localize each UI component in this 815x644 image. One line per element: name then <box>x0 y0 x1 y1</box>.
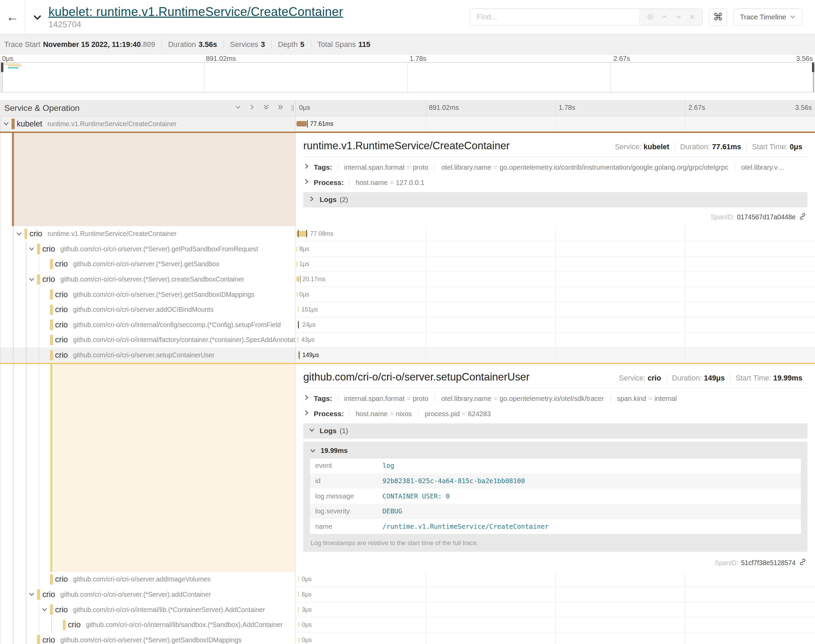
span-bar-cell[interactable]: 0μs <box>296 632 815 644</box>
span-row[interactable]: kubeletruntime.v1.RuntimeService/CreateC… <box>0 116 815 132</box>
span-bar[interactable] <box>297 261 297 267</box>
span-bar-cell[interactable]: 149μs <box>296 348 815 363</box>
row-chevron-icon[interactable] <box>28 591 35 598</box>
span-bar[interactable] <box>297 276 300 282</box>
span-bar-cell[interactable]: 6μs <box>296 587 815 602</box>
span-bar-cell[interactable]: 0μs <box>296 287 815 302</box>
indent-guide <box>26 272 26 287</box>
span-name-cell[interactable]: criogithub.com/cri-o/cri-o/server.(*Serv… <box>0 241 296 257</box>
span-row[interactable]: criogithub.com/cri-o/cri-o/server.(*Serv… <box>0 287 815 302</box>
logs-accordion[interactable]: Logs(1) <box>303 423 807 439</box>
span-row[interactable]: criogithub.com/cri-o/cri-o/internal/fact… <box>0 333 815 348</box>
minimap[interactable] <box>1 62 815 93</box>
column-resize-grip[interactable] <box>291 105 293 111</box>
find-input[interactable] <box>470 9 639 25</box>
span-name-cell[interactable]: criogithub.com/cri-o/cri-o/server.addIma… <box>0 572 296 587</box>
right-scrubber[interactable] <box>813 63 813 92</box>
tick-label: 3.56s <box>795 104 812 112</box>
span-bar[interactable] <box>297 337 298 342</box>
span-row[interactable]: criogithub.com/cri-o/cri-o/server.setupC… <box>0 348 815 363</box>
span-bar-cell[interactable]: 1μs <box>296 257 815 272</box>
span-name-cell[interactable]: criogithub.com/cri-o/cri-o/internal/conf… <box>0 317 296 333</box>
process-accordion[interactable]: Process:host.name=127.0.0.1 <box>303 175 807 190</box>
expand-all-icon[interactable] <box>277 104 284 112</box>
row-chevron-icon[interactable] <box>28 276 35 282</box>
next-result-icon[interactable] <box>675 13 682 21</box>
service-name: crio <box>55 259 67 268</box>
span-bar[interactable] <box>297 292 297 297</box>
span-bar-cell[interactable]: 43μs <box>296 333 815 348</box>
span-row[interactable]: criogithub.com/cri-o/cri-o/server.(*Serv… <box>0 587 815 602</box>
span-bar-cell[interactable]: 0μs <box>296 617 815 632</box>
span-row[interactable]: criogithub.com/cri-o/cri-o/server.addIma… <box>0 572 815 587</box>
span-bar[interactable] <box>298 607 299 612</box>
span-name-cell[interactable]: criogithub.com/cri-o/cri-o/server.addOCI… <box>0 302 296 317</box>
logs-accordion[interactable]: Logs(2) <box>303 192 807 207</box>
indent-guide <box>0 348 1 363</box>
collapse-all-icon[interactable] <box>263 104 270 112</box>
span-row[interactable]: criogithub.com/cri-o/cri-o/server.(*Serv… <box>0 272 815 287</box>
span-row[interactable]: criogithub.com/cri-o/cri-o/internal/conf… <box>0 317 815 333</box>
span-row[interactable]: criogithub.com/cri-o/cri-o/internal/lib/… <box>0 617 815 632</box>
log-entry-header[interactable]: 19.99ms <box>309 445 801 458</box>
span-bar-cell[interactable]: 20.17ms <box>296 272 815 287</box>
span-bar-cell[interactable]: 77.08ms <box>296 226 815 241</box>
collapse-trace-chevron-icon[interactable] <box>33 13 42 25</box>
tags-accordion[interactable]: Tags:internal.span.format=protootel.libr… <box>303 390 807 406</box>
span-name-cell[interactable]: criogithub.com/cri-o/cri-o/server.(*Serv… <box>0 587 296 602</box>
span-row[interactable]: criogithub.com/cri-o/cri-o/server.(*Serv… <box>0 257 815 272</box>
detail-meta-item: Service: crio <box>614 374 666 383</box>
span-name-cell[interactable]: criogithub.com/cri-o/cri-o/server.(*Serv… <box>0 287 296 302</box>
back-button[interactable]: ← <box>0 0 25 34</box>
span-name-cell[interactable]: crioruntime.v1.RuntimeService/CreateCont… <box>0 226 296 241</box>
span-bar-cell[interactable]: 8μs <box>296 241 815 257</box>
indent-guide <box>13 602 14 618</box>
trace-view-selector[interactable]: Trace Timeline <box>734 9 803 26</box>
span-name-cell[interactable]: criogithub.com/cri-o/cri-o/server.(*Serv… <box>0 257 296 272</box>
process-accordion[interactable]: Process:host.name=nixosprocess.pid=62428… <box>303 406 807 421</box>
left-scrubber[interactable] <box>2 63 3 92</box>
span-bar[interactable] <box>299 637 299 642</box>
row-chevron-icon[interactable] <box>3 120 9 127</box>
locate-icon[interactable] <box>646 13 654 21</box>
span-bar-cell[interactable]: 151μs <box>296 302 815 317</box>
tags-accordion[interactable]: Tags:internal.span.format=protootel.libr… <box>303 159 807 175</box>
span-name-cell[interactable]: criogithub.com/cri-o/cri-o/internal/fact… <box>0 333 296 348</box>
span-row[interactable]: crioruntime.v1.RuntimeService/CreateCont… <box>0 226 815 241</box>
span-name-cell[interactable]: criogithub.com/cri-o/cri-o/server.(*Serv… <box>0 632 296 644</box>
span-name-cell[interactable]: criogithub.com/cri-o/cri-o/server.setupC… <box>0 348 296 363</box>
prev-result-icon[interactable] <box>661 13 668 21</box>
span-bar-cell[interactable]: 77.61ms <box>296 116 815 132</box>
operation-name: runtime.v1.RuntimeService/CreateContaine… <box>47 120 177 128</box>
row-chevron-icon[interactable] <box>41 606 48 613</box>
span-bar[interactable] <box>298 592 299 597</box>
deep-link-icon[interactable] <box>796 213 807 222</box>
span-bar-cell[interactable]: 24μs <box>296 317 815 333</box>
span-row[interactable]: criogithub.com/cri-o/cri-o/server.(*Serv… <box>0 632 815 644</box>
span-name-cell[interactable]: criogithub.com/cri-o/cri-o/internal/lib/… <box>0 617 296 632</box>
operation-name: github.com/cri-o/cri-o/server.addOCIBind… <box>73 306 213 313</box>
collapse-one-icon[interactable] <box>234 104 241 112</box>
span-bar[interactable] <box>297 246 297 251</box>
span-name-cell[interactable]: criogithub.com/cri-o/cri-o/server.(*Serv… <box>0 272 296 287</box>
clear-search-icon[interactable] <box>689 14 696 20</box>
trace-title-link[interactable]: kubelet: runtime.v1.RuntimeService/Creat… <box>48 5 343 19</box>
deep-link-icon[interactable] <box>796 558 807 567</box>
detail-meta-item: Duration: 149μs <box>666 374 730 383</box>
span-bar[interactable] <box>298 577 299 582</box>
span-row[interactable]: criogithub.com/cri-o/cri-o/internal/lib.… <box>0 602 815 618</box>
row-chevron-icon[interactable] <box>28 245 35 252</box>
span-bar-cell[interactable]: 3μs <box>296 602 815 618</box>
keyboard-shortcuts-button[interactable]: ⌘ <box>709 8 727 26</box>
row-chevron-icon[interactable] <box>15 230 23 237</box>
span-name-cell[interactable]: criogithub.com/cri-o/cri-o/internal/lib.… <box>0 602 296 618</box>
span-bar[interactable] <box>299 622 299 627</box>
span-row[interactable]: criogithub.com/cri-o/cri-o/server.addOCI… <box>0 302 815 317</box>
span-bar[interactable] <box>297 121 307 126</box>
expand-one-icon[interactable] <box>248 104 255 112</box>
span-bar-cell[interactable]: 0μs <box>296 572 815 587</box>
span-row[interactable]: criogithub.com/cri-o/cri-o/server.(*Serv… <box>0 241 815 257</box>
indent-guide <box>0 287 1 302</box>
span-bar[interactable] <box>298 307 299 312</box>
span-name-cell[interactable]: kubeletruntime.v1.RuntimeService/CreateC… <box>0 116 296 132</box>
